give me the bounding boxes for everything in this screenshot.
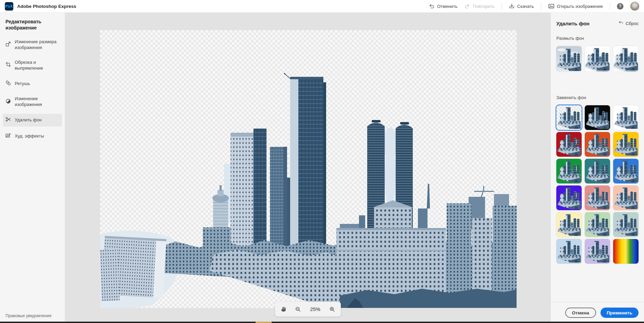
replace-background-light-blue[interactable] bbox=[556, 239, 582, 264]
open-image-icon bbox=[548, 3, 555, 9]
cancel-button[interactable]: Отмена bbox=[565, 308, 596, 318]
blur-option-blur-medium[interactable] bbox=[585, 46, 610, 72]
reset-button[interactable]: Сброс bbox=[618, 20, 639, 27]
topbar-divider bbox=[610, 2, 610, 10]
blur-option-original[interactable] bbox=[556, 46, 582, 72]
city-preview bbox=[613, 132, 639, 157]
reset-icon bbox=[618, 20, 623, 27]
window-edge-accent bbox=[256, 322, 272, 323]
city-preview bbox=[556, 239, 582, 264]
download-button[interactable]: Скачать bbox=[509, 3, 534, 9]
city-preview bbox=[585, 186, 610, 210]
main-area: Редактировать изображение Изменение разм… bbox=[0, 13, 644, 323]
replace-background-cream[interactable] bbox=[556, 212, 582, 237]
zoom-toolbar: 25% bbox=[275, 302, 341, 316]
zoom-in-button[interactable] bbox=[329, 306, 335, 312]
replace-background-lavender[interactable] bbox=[585, 239, 610, 264]
psx-logo: PsX bbox=[5, 2, 13, 11]
user-avatar[interactable] bbox=[630, 2, 639, 11]
redo-button[interactable]: Повторить bbox=[464, 3, 494, 9]
blur-option-blur-strong[interactable] bbox=[613, 46, 639, 72]
sidebar-item-effects[interactable]: Худ. эффекты bbox=[3, 130, 62, 143]
replace-background-transparent[interactable] bbox=[556, 105, 582, 130]
image-area-transparent-background[interactable] bbox=[100, 30, 517, 308]
undo-label: Отменить bbox=[437, 4, 457, 9]
city-preview bbox=[585, 212, 610, 237]
resize-icon bbox=[5, 41, 11, 48]
scissors-icon bbox=[5, 117, 11, 124]
cityscape-artwork bbox=[100, 30, 517, 308]
sidebar-item-label: Изменение размера изображения bbox=[15, 39, 59, 51]
zoom-out-icon bbox=[295, 306, 301, 312]
zoom-level-readout: 25% bbox=[310, 306, 320, 312]
city-preview bbox=[556, 212, 582, 237]
replace-background-teal[interactable] bbox=[585, 159, 610, 183]
effects-icon bbox=[5, 133, 11, 140]
help-button[interactable]: ? bbox=[617, 3, 623, 10]
sidebar-item-remove-background[interactable]: Удалить фон bbox=[3, 114, 62, 127]
replace-background-light-green[interactable] bbox=[585, 212, 610, 237]
replace-background-blue[interactable] bbox=[613, 159, 639, 183]
sidebar-item-label: Обрезка и выпрямление bbox=[15, 60, 59, 71]
crop-icon bbox=[5, 62, 11, 69]
replace-background-grid bbox=[556, 105, 639, 264]
zoom-out-button[interactable] bbox=[295, 306, 301, 312]
city-preview bbox=[613, 186, 639, 210]
topbar-divider bbox=[541, 2, 541, 10]
canvas: 25% bbox=[65, 13, 550, 323]
city-preview bbox=[556, 186, 582, 210]
replace-background-green[interactable] bbox=[556, 159, 582, 183]
replace-background-orange[interactable] bbox=[585, 132, 610, 157]
replace-background-peach[interactable] bbox=[613, 186, 639, 210]
topbar-divider bbox=[501, 2, 502, 10]
city-preview bbox=[556, 46, 582, 72]
city-preview bbox=[556, 105, 582, 130]
city-preview bbox=[613, 159, 639, 183]
city-preview bbox=[556, 132, 582, 157]
city-preview bbox=[613, 46, 639, 72]
panel-footer: Отмена Применить bbox=[551, 302, 644, 323]
replace-background-black[interactable] bbox=[585, 105, 610, 130]
open-image-button[interactable]: Открыть изображение bbox=[548, 3, 603, 9]
sidebar-item-retouch[interactable]: Ретушь bbox=[3, 77, 62, 90]
legal-notices-link[interactable]: Правовые уведомления bbox=[5, 313, 51, 318]
city-preview bbox=[613, 105, 639, 130]
undo-button[interactable]: Отменить bbox=[429, 3, 457, 9]
redo-label: Повторить bbox=[473, 4, 494, 9]
city-preview bbox=[556, 159, 582, 183]
pan-hand-button[interactable] bbox=[280, 306, 286, 312]
replace-background-rainbow[interactable] bbox=[613, 239, 639, 264]
sidebar-item-adjust[interactable]: Изменение изображения bbox=[3, 93, 62, 110]
zoom-in-icon bbox=[329, 306, 335, 312]
sidebar-item-crop[interactable]: Обрезка и выпрямление bbox=[3, 57, 62, 74]
replace-section-label: Заменить фон bbox=[556, 95, 639, 100]
apply-button[interactable]: Применить bbox=[600, 308, 639, 318]
replace-background-yellow[interactable] bbox=[613, 132, 639, 157]
app-title: Adobe Photoshop Express bbox=[17, 4, 76, 9]
sidebar-item-label: Изменение изображения bbox=[15, 96, 59, 108]
city-preview bbox=[585, 239, 610, 264]
download-icon bbox=[509, 3, 515, 9]
replace-background-pale-teal[interactable] bbox=[613, 212, 639, 237]
download-label: Скачать bbox=[517, 4, 534, 9]
replace-background-salmon[interactable] bbox=[585, 186, 610, 210]
blur-section-label: Размыть фон bbox=[556, 36, 639, 41]
hand-icon bbox=[280, 306, 286, 312]
top-bar: PsX Adobe Photoshop Express Отменить Пов… bbox=[0, 0, 644, 13]
reset-label: Сброс bbox=[626, 21, 639, 26]
redo-icon bbox=[464, 3, 470, 9]
replace-background-white[interactable] bbox=[613, 105, 639, 130]
remove-background-panel: Удалить фон Сброс Размыть фон Заменить ф… bbox=[550, 13, 644, 323]
blur-options-row bbox=[556, 46, 639, 72]
undo-icon bbox=[429, 3, 435, 9]
replace-background-violet[interactable] bbox=[556, 186, 582, 210]
city-preview bbox=[585, 159, 610, 183]
sidebar-item-label: Удалить фон bbox=[15, 117, 41, 123]
panel-title: Удалить фон bbox=[556, 21, 590, 26]
replace-background-red[interactable] bbox=[556, 132, 582, 157]
topbar-actions: Отменить Повторить Скачать Открыть изобр… bbox=[429, 2, 639, 11]
help-icon: ? bbox=[619, 4, 621, 9]
photoshop-express-window: PsX Adobe Photoshop Express Отменить Пов… bbox=[0, 0, 644, 323]
sidebar-item-label: Ретушь bbox=[15, 81, 30, 87]
sidebar-item-resize[interactable]: Изменение размера изображения bbox=[3, 36, 62, 53]
